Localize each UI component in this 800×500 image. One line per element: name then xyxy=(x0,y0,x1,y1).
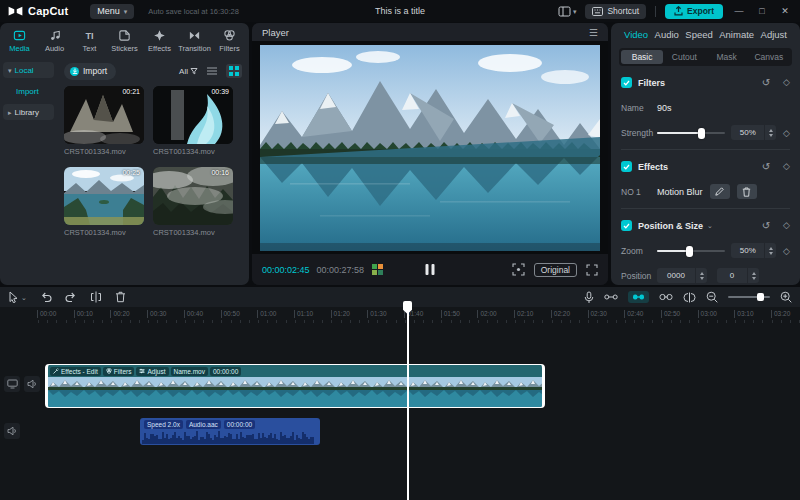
tab-audio[interactable]: Audio xyxy=(37,25,72,57)
sidebar-item-library[interactable]: ▸Library xyxy=(3,104,54,120)
waveform-bar xyxy=(312,437,314,444)
clip-badge-label: Adjust xyxy=(147,368,165,375)
filters-checkbox[interactable] xyxy=(621,77,632,88)
strength-stepper[interactable] xyxy=(765,125,776,140)
link-clips-icon[interactable] xyxy=(659,292,673,302)
tab-transition[interactable]: Transition xyxy=(177,25,212,57)
reset-icon[interactable]: ↺ xyxy=(762,220,770,231)
sidebar-item-import[interactable]: Import xyxy=(3,83,54,99)
tab-stickers[interactable]: Stickers xyxy=(107,25,142,57)
media-item[interactable]: 00:39CRST001334.mov xyxy=(153,86,233,156)
maximize-button[interactable]: □ xyxy=(755,6,769,16)
tab-text[interactable]: TIText xyxy=(72,25,107,57)
media-item[interactable]: 00:25CRST001334.mov xyxy=(64,167,144,237)
inspector-tab-adjust[interactable]: Adjust xyxy=(761,29,787,40)
audio-icon xyxy=(48,29,61,42)
tab-label: Media xyxy=(9,44,29,53)
keyframe-icon[interactable]: ◇ xyxy=(783,161,790,172)
minimize-button[interactable]: — xyxy=(732,6,746,16)
split-clip-icon[interactable] xyxy=(90,291,102,303)
delete-clip-icon[interactable] xyxy=(115,291,126,303)
menu-button[interactable]: Menu ▾ xyxy=(90,4,134,19)
zoom-out-icon[interactable] xyxy=(706,291,718,303)
clip-badge: Adjust xyxy=(136,367,168,376)
position-y-stepper[interactable] xyxy=(748,268,759,283)
undo-icon[interactable] xyxy=(40,292,52,303)
mute-audio-track-button[interactable] xyxy=(4,423,20,439)
chevron-down-icon: ▾ xyxy=(573,8,577,15)
keyframe-icon[interactable]: ◇ xyxy=(783,128,790,138)
inspector-subtab-basic[interactable]: Basic xyxy=(621,50,663,64)
video-clip[interactable]: Effects - EditFiltersAdjustName.mov00:00… xyxy=(45,364,545,408)
ratio-dropdown[interactable]: Original xyxy=(534,263,577,277)
inspector-subtab-canvas[interactable]: Canvas xyxy=(748,50,790,64)
inspector-tab-audio[interactable]: Audio xyxy=(655,29,679,40)
ruler-tick-label: 03:20 xyxy=(771,310,790,318)
track-cover-button[interactable] xyxy=(4,376,20,392)
export-button[interactable]: Export xyxy=(665,4,723,19)
clip-badge-label: Effects - Edit xyxy=(61,368,98,375)
reset-icon[interactable]: ↺ xyxy=(762,161,770,172)
strength-value[interactable]: 50% xyxy=(731,125,764,140)
pause-button[interactable] xyxy=(426,264,435,275)
audio-clip[interactable]: Speed 2.0xAudio.aac00:00:00 xyxy=(140,418,320,445)
total-timecode: 00:00:27:58 xyxy=(317,265,365,275)
tab-media[interactable]: Media xyxy=(2,25,37,57)
inspector-tab-video[interactable]: Video xyxy=(624,29,648,40)
grid-view-button[interactable] xyxy=(226,64,242,78)
preview-focus-icon[interactable] xyxy=(512,263,525,276)
list-view-button[interactable] xyxy=(204,64,220,78)
inspector-tab-speed[interactable]: Speed xyxy=(685,29,712,40)
inspector-subtab-cutout[interactable]: Cutout xyxy=(663,50,705,64)
keyframe-icon[interactable]: ◇ xyxy=(783,77,790,88)
reset-icon[interactable]: ↺ xyxy=(762,77,770,88)
zoom-value[interactable]: 50% xyxy=(731,243,764,258)
position-x-stepper[interactable] xyxy=(696,268,707,283)
ruler-tick-label: 01:00 xyxy=(257,310,276,318)
layout-switch-button[interactable]: ▾ xyxy=(558,6,577,17)
snap-toggle-icon[interactable] xyxy=(604,292,618,302)
tab-filters[interactable]: Filters xyxy=(212,25,247,57)
filter-all-dropdown[interactable]: All xyxy=(179,67,198,76)
timeline-zoom-slider[interactable] xyxy=(728,292,770,302)
media-item[interactable]: 00:16CRST001334.mov xyxy=(153,167,233,237)
keyframe-icon[interactable]: ◇ xyxy=(783,220,790,231)
strength-slider[interactable] xyxy=(657,127,725,139)
video-preview[interactable] xyxy=(252,41,608,254)
filmstrip-frame xyxy=(480,377,516,408)
timeline-ruler[interactable]: 00:0000:1000:2000:3000:4000:5001:0001:10… xyxy=(0,307,800,324)
position-x-value[interactable]: 0000 xyxy=(657,268,695,283)
position-size-checkbox[interactable] xyxy=(621,220,632,231)
media-item[interactable]: 00:21CRST001334.mov xyxy=(64,86,144,156)
playhead-line[interactable] xyxy=(407,302,409,500)
zoom-stepper[interactable] xyxy=(765,243,776,258)
import-button[interactable]: Import xyxy=(64,63,116,80)
media-sidebar: ▾LocalImport▸Library xyxy=(0,57,57,285)
inspector-tab-animate[interactable]: Animate xyxy=(719,29,754,40)
chevron-down-icon[interactable]: ⌄ xyxy=(707,222,713,230)
position-y-value[interactable]: 0 xyxy=(717,268,747,283)
close-button[interactable]: ✕ xyxy=(778,6,792,16)
edit-effect-button[interactable] xyxy=(710,184,730,199)
keyframe-icon[interactable]: ◇ xyxy=(783,246,790,256)
pencil-icon xyxy=(715,187,724,196)
effects-checkbox[interactable] xyxy=(621,161,632,172)
inspector-subtab-mask[interactable]: Mask xyxy=(706,50,748,64)
mute-video-track-button[interactable] xyxy=(24,376,40,392)
shortcut-button[interactable]: Shortcut xyxy=(585,4,646,19)
zoom-in-icon[interactable] xyxy=(780,291,792,303)
filmstrip-frame xyxy=(408,377,444,408)
preview-axis-icon[interactable] xyxy=(683,292,696,303)
fullscreen-icon[interactable] xyxy=(586,264,598,276)
import-icon xyxy=(70,67,79,76)
main-track-magnet-button[interactable] xyxy=(628,291,649,303)
redo-icon[interactable] xyxy=(65,292,77,303)
select-tool-button[interactable]: ⌄ xyxy=(8,291,27,303)
effects-title: Effects xyxy=(638,162,668,172)
delete-effect-button[interactable] xyxy=(737,184,757,199)
zoom-slider[interactable] xyxy=(657,245,725,257)
sidebar-item-local[interactable]: ▾Local xyxy=(3,62,54,78)
player-menu-icon[interactable]: ☰ xyxy=(589,27,598,38)
record-voiceover-icon[interactable] xyxy=(584,291,594,304)
tab-effects[interactable]: Effects xyxy=(142,25,177,57)
